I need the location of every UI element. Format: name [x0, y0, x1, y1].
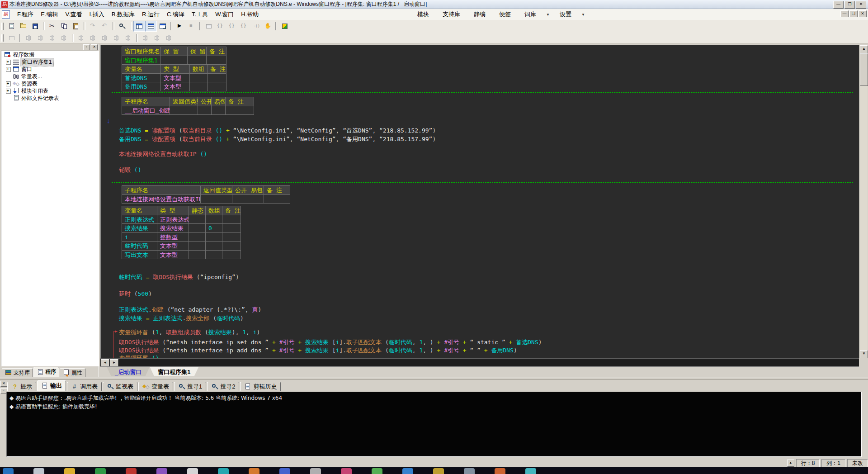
taskbar-item[interactable]: [218, 468, 229, 474]
taskbar-item[interactable]: [95, 468, 106, 474]
tab-支持库[interactable]: 支持库: [2, 368, 33, 377]
scroll-up-button[interactable]: ▲: [860, 45, 868, 53]
menu-item-静编[interactable]: 静编: [470, 9, 489, 20]
menu-item-词库[interactable]: 词库: [521, 9, 540, 20]
tree-item-资源表[interactable]: 资源表: [1, 80, 99, 87]
winset-icon: [13, 59, 20, 65]
tree-item-常量表...[interactable]: 常量表...: [1, 73, 99, 80]
tab-label: 监视表: [116, 383, 133, 391]
tab-属性[interactable]: 属性: [60, 368, 85, 377]
run-program-button[interactable]: [174, 21, 186, 32]
find-button[interactable]: [116, 21, 128, 32]
menu-item-V.查看[interactable]: V.查看: [61, 9, 85, 20]
lib-icon: [5, 369, 12, 376]
cut-button[interactable]: [47, 21, 58, 32]
mdi-minimize-button[interactable]: —: [840, 10, 849, 17]
tree-item-窗口程序集1[interactable]: 窗口程序集1: [1, 58, 99, 66]
menu-item-B.数据库[interactable]: B.数据库: [108, 9, 138, 20]
taskbar-item[interactable]: [402, 468, 413, 474]
mdi-restore-button[interactable]: ❐: [849, 10, 858, 17]
tab-调用表[interactable]: 调用表: [67, 382, 102, 391]
editor-hscrollbar[interactable]: ◄ ►: [100, 358, 859, 367]
tab-输出[interactable]: 输出: [37, 380, 66, 391]
dropdown-arrow-icon[interactable]: ▼: [581, 13, 585, 17]
taskbar-item[interactable]: [156, 468, 167, 474]
menu-item-F.程序[interactable]: F.程序: [14, 9, 37, 20]
toolbar-grip[interactable]: [1, 34, 4, 42]
expand-plus-icon[interactable]: [6, 67, 11, 72]
editor-tab-_启动窗口[interactable]: _启动窗口: [107, 367, 150, 376]
vscroll-thumb[interactable]: [860, 53, 868, 86]
paste-button[interactable]: [70, 21, 82, 32]
table-cell: 临时代码: [122, 242, 157, 251]
taskbar-item[interactable]: [310, 468, 321, 474]
taskbar-item[interactable]: [279, 468, 290, 474]
tab-提示[interactable]: 提示: [7, 382, 36, 391]
workspace-panel-caption[interactable]: ▫ ✕: [1, 44, 99, 50]
program-tree[interactable]: 程序数据窗口程序集1窗口常量表...资源表模块引用表外部文件记录表: [1, 51, 99, 366]
new-file-button[interactable]: [6, 21, 18, 32]
menu-item-R.运行[interactable]: R.运行: [138, 9, 163, 20]
taskbar-item[interactable]: [525, 468, 536, 474]
editor-tab-窗口程序集1[interactable]: 窗口程序集1: [150, 367, 198, 376]
code-line: 搜索结果 = 正则表达式.搜索全部 (临时代码): [119, 315, 244, 322]
taskbar-item[interactable]: [341, 468, 352, 474]
taskbar-item[interactable]: [3, 468, 14, 474]
taskbar-item[interactable]: [33, 468, 44, 474]
menu-item-H.帮助[interactable]: H.帮助: [237, 9, 262, 20]
menu-item-W.窗口[interactable]: W.窗口: [212, 9, 237, 20]
menu-item-T.工具[interactable]: T.工具: [188, 9, 212, 20]
close-button[interactable]: ✕: [856, 1, 866, 9]
align-left-icon: [25, 34, 33, 42]
toggle-layout-button[interactable]: [157, 21, 169, 32]
align-left-button: [23, 33, 35, 43]
tree-item-模块引用表[interactable]: 模块引用表: [1, 87, 99, 95]
tab-程序[interactable]: 程序: [33, 367, 59, 377]
taskbar-item[interactable]: [433, 468, 444, 474]
save-file-button[interactable]: [29, 21, 41, 32]
panel-float-button[interactable]: ▫: [83, 44, 90, 50]
tab-监视表[interactable]: 监视表: [103, 382, 137, 391]
maximize-button[interactable]: ❐: [844, 1, 855, 9]
tab-变量表[interactable]: 变量表: [138, 382, 173, 391]
taskbar-item[interactable]: [187, 468, 198, 474]
panel-close-button[interactable]: ✕: [91, 44, 98, 50]
menu-item-C.编译[interactable]: C.编译: [163, 9, 188, 20]
output-close-button[interactable]: ✕: [0, 381, 7, 387]
taskbar-item[interactable]: [464, 468, 475, 474]
taskbar-item[interactable]: [372, 468, 382, 474]
e-assistant-plugin-button[interactable]: [279, 21, 291, 32]
toggle-workspace-panel-button[interactable]: [133, 21, 145, 32]
toggle-output-panel-button[interactable]: [145, 21, 157, 32]
taskbar-item[interactable]: [126, 468, 137, 474]
expand-plus-icon[interactable]: [6, 89, 11, 94]
menu-item-便签[interactable]: 便签: [495, 9, 514, 20]
minimize-button[interactable]: —: [833, 1, 844, 9]
status-panel-toggle-button[interactable]: ▲: [787, 460, 794, 467]
taskbar-item[interactable]: [249, 468, 259, 474]
expand-plus-icon[interactable]: [6, 81, 11, 86]
expand-plus-icon[interactable]: [6, 60, 11, 65]
dropdown-arrow-icon[interactable]: ▼: [546, 13, 550, 17]
menu-item-E.编辑[interactable]: E.编辑: [37, 9, 61, 20]
windows-taskbar[interactable]: [0, 467, 868, 474]
tree-item-窗口[interactable]: 窗口: [1, 66, 99, 73]
editor-vscrollbar[interactable]: ▲ ▼: [859, 45, 868, 358]
menu-item-设置[interactable]: 设置: [556, 9, 575, 20]
scroll-down-button[interactable]: ▼: [860, 350, 868, 358]
taskbar-item[interactable]: [64, 468, 75, 474]
menu-item-模块[interactable]: 模块: [414, 9, 433, 20]
menu-item-支持库[interactable]: 支持库: [439, 9, 464, 20]
copy-button[interactable]: [58, 21, 70, 32]
tab-搜寻2[interactable]: 搜寻2: [207, 382, 239, 391]
tab-搜寻1[interactable]: 搜寻1: [174, 382, 206, 391]
tab-剪辑历史[interactable]: 剪辑历史: [240, 382, 281, 391]
tree-item-外部文件记录表[interactable]: 外部文件记录表: [1, 95, 99, 102]
output-area[interactable]: ◆ 易语言助手提醒您：.易语言助手加载完毕! ，智能编译开启成功！ 当前易版本:…: [6, 392, 862, 457]
menu-item-I.插入[interactable]: I.插入: [86, 9, 108, 20]
code-editor[interactable]: 窗口程序集名保 留保 留备 注窗口程序集1变量名类 型数组备 注首选DNS文本型…: [100, 45, 859, 358]
toolbar-grip[interactable]: [1, 23, 4, 30]
mdi-close-button[interactable]: ✕: [859, 10, 867, 17]
open-file-button[interactable]: [18, 21, 29, 32]
taskbar-item[interactable]: [495, 468, 505, 474]
